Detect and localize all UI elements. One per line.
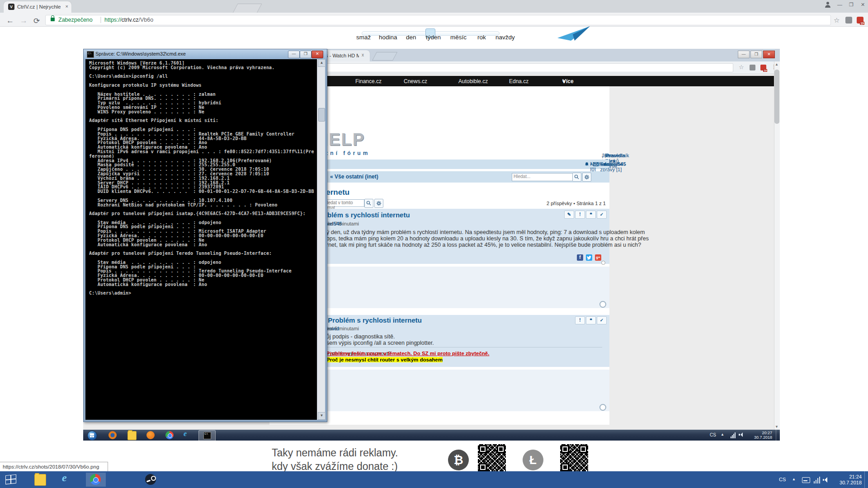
profile-icon[interactable] — [825, 1, 831, 8]
clock[interactable]: 21:24 30.7.2018 — [835, 474, 862, 486]
bitcoin-icon: ₿ — [448, 450, 469, 470]
topic-gear-icon — [374, 199, 383, 208]
nav-navzdy[interactable]: navždy — [495, 34, 515, 41]
speaker-icon[interactable] — [825, 477, 827, 483]
inner-speaker-icon — [741, 432, 743, 437]
new-tab-button[interactable] — [232, 4, 262, 13]
tray-expand-icon[interactable]: ▲ — [792, 477, 796, 481]
forum-top-links: Jsem tu poprvé | Rozcestník článků | Pra… — [602, 153, 606, 158]
nav-mesic[interactable]: měsíc — [450, 34, 467, 41]
bell-icon — [585, 162, 589, 167]
tab-close-icon[interactable]: × — [66, 4, 68, 9]
language-indicator[interactable]: CS — [779, 477, 786, 482]
forward-button[interactable]: → — [20, 16, 28, 25]
post-1-top-icon — [599, 301, 606, 308]
cmd-window-title: Správce: C:\Windows\system32\cmd.exe — [95, 51, 186, 56]
desktop: V CtrlV.cz | Nejrychlejší Scre × — ❐ ✕ ←… — [0, 0, 868, 488]
window-close-button[interactable]: ✕ — [861, 2, 865, 8]
inner-adblock-icon: 19 — [760, 65, 766, 70]
clock-date: 30.7.2018 — [840, 480, 862, 485]
nav-hodina[interactable]: hodina — [379, 34, 397, 41]
cmd-scrollbar-thumb — [318, 108, 325, 122]
nav-tyden[interactable]: týden — [426, 34, 441, 41]
ad-text-line-1: Taky nemáme rádi reklamy. — [272, 447, 398, 459]
cmd-icon — [87, 51, 94, 58]
cmd-window: Správce: C:\Windows\system32\cmd.exe — ❐… — [83, 49, 327, 422]
site-nav-edna: Edna.cz — [509, 78, 528, 84]
start-button[interactable] — [5, 474, 15, 484]
inner-clock: 20:27 30.7.2018 — [749, 431, 772, 440]
touch-keyboard-icon[interactable] — [802, 477, 810, 483]
internet-explorer-taskbar-icon[interactable]: e — [62, 472, 73, 483]
inner-window-close: ✕ — [763, 51, 775, 58]
status-link-tooltip: https://ctrlv.cz/shots/2018/07/30/Vb6o.p… — [0, 462, 108, 472]
search-settings-gear-icon — [582, 173, 591, 182]
inner-language-indicator: CS — [710, 432, 716, 437]
cmd-scroll-up-icon: ▲ — [318, 59, 326, 67]
steam-icon[interactable] — [145, 474, 156, 485]
post-1-body-line-1: ý den, už dva týdny mám problém s rychlo… — [326, 229, 645, 235]
post-quote-button: ❝ — [586, 211, 596, 219]
inner-address-bar — [326, 63, 733, 72]
reload-button[interactable]: ⟳ — [33, 16, 40, 26]
post-count-pagination: 2 příspěvky • Stránka 1 z 1 — [547, 201, 606, 206]
inner-window-minimize: — — [738, 51, 750, 58]
extension-icon[interactable] — [845, 17, 852, 23]
cmd-output-text: Microsoft Windows [Verze 6.1.7601] Copyr… — [89, 61, 314, 296]
url-path: /Vb6o — [139, 17, 154, 23]
ad-text-line-2: kdy však zvážíme donate :) — [272, 460, 398, 473]
chrome-taskbar-icon[interactable] — [90, 474, 101, 485]
browser-tab-ctrlv[interactable]: V CtrlV.cz | Nejrychlejší Scre × — [4, 1, 71, 13]
post-1-title-link: Problém s rychlostí internetu — [316, 211, 410, 219]
inner-scrollbar-thumb — [774, 70, 779, 124]
network-icon[interactable] — [814, 476, 821, 483]
post-2-accept-button: ✓ — [597, 316, 607, 324]
browser-menu-icon[interactable]: ⋮ — [866, 16, 868, 23]
topic-search-input: Hledat v tomto témat — [322, 199, 364, 207]
adblock-extension-icon[interactable]: 19 — [857, 17, 863, 23]
security-label: Zabezpečeno — [58, 17, 93, 23]
nav-smaz[interactable]: smaž — [356, 34, 371, 41]
chevron-down-icon: ▾ — [562, 78, 565, 84]
signature-red-link: Problémy řeším pouze v tématech. Do SZ m… — [326, 351, 489, 356]
post-2-body-line-1: ůj podpis - diagnostika sítě. — [326, 333, 395, 340]
topic-search-button — [364, 199, 373, 208]
post-accept-button: ✓ — [597, 211, 607, 219]
post-2-quote-button: ❝ — [586, 316, 596, 324]
tab-title: CtrlV.cz | Nejrychlejší Scre — [17, 4, 61, 9]
inner-tab-close-icon: x — [362, 52, 364, 57]
window-minimize-button[interactable]: — — [837, 2, 842, 7]
cmd-restore-button: ❐ — [300, 51, 311, 58]
post-2-top-icon — [599, 404, 606, 411]
nav-den[interactable]: den — [406, 34, 416, 41]
address-bar[interactable] — [45, 15, 831, 25]
bookmark-star-icon[interactable]: ☆ — [834, 16, 840, 24]
inner-bookmark-star-icon: ☆ — [739, 64, 744, 70]
forum-search-input: Hledat... — [512, 173, 574, 181]
media-player-icon — [146, 431, 155, 439]
inner-window-maximize: ❐ — [750, 51, 762, 58]
litecoin-icon: Ł — [523, 450, 543, 470]
post-1-body-line-2: bps, tedka mám ping kolem 20 a hodnoty d… — [326, 235, 649, 242]
post-2-title-link: Re: Problém s rychlosti internetu — [315, 316, 422, 324]
cmd-minimize-button: — — [288, 51, 300, 58]
show-desktop-button[interactable] — [864, 471, 868, 488]
url-host: ctrlv.cz — [122, 17, 139, 23]
screenshot-image-link[interactable]: es - Watch HD M x — ❐ ✕ ☆ 19 ⋮ Finance.c… — [83, 49, 780, 441]
inner-extension-icon — [750, 65, 755, 70]
signature-link-router-dosah: Proč je nesmysl chtít router s velkým do… — [326, 357, 443, 362]
clock-time: 21:24 — [849, 474, 862, 479]
firefox-icon — [108, 431, 117, 439]
inner-tab-title: es - Watch HD M — [323, 53, 359, 58]
window-maximize-button[interactable]: ❐ — [849, 2, 854, 8]
share-more-icon — [601, 261, 605, 265]
cmd-scroll-down-icon: ▼ — [318, 412, 326, 420]
url-text: https://ctrlv.cz/Vb6o — [104, 17, 153, 23]
bitcoin-qr-code — [477, 443, 507, 473]
nav-rok[interactable]: rok — [477, 34, 486, 41]
cmd-scrollbar: ▲ ▼ — [317, 59, 325, 420]
file-explorer-icon[interactable] — [34, 474, 46, 486]
back-button[interactable]: ← — [6, 16, 14, 25]
search-button — [572, 173, 581, 182]
ctrlv-logo-icon — [557, 25, 591, 42]
